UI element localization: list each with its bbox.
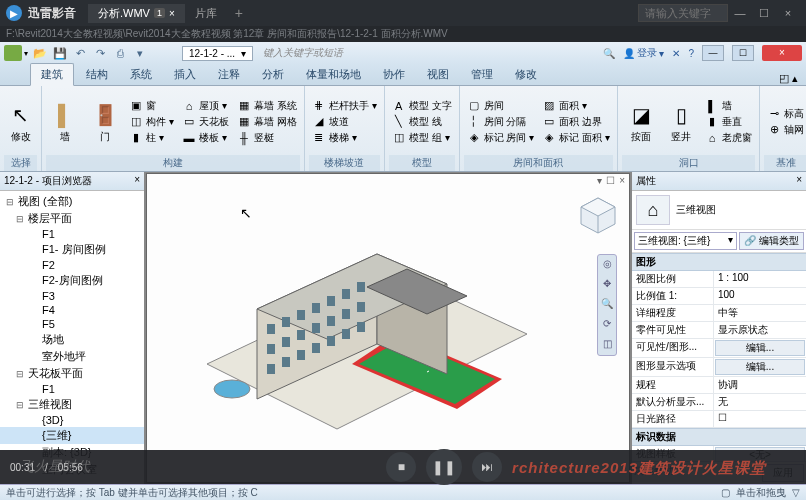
wall-button[interactable]: ▌墙: [46, 88, 84, 155]
maximize-icon[interactable]: ☐: [752, 7, 776, 20]
tab-architecture[interactable]: 建筑: [30, 63, 74, 86]
room-button[interactable]: ▢房间: [464, 98, 538, 114]
modify-button[interactable]: ↖修改: [4, 88, 37, 155]
tab-annotate[interactable]: 注释: [208, 64, 250, 85]
tree-node[interactable]: ⊟楼层平面: [0, 210, 144, 227]
area-boundary-button[interactable]: ▭面积 边界: [539, 114, 613, 130]
tab-modify[interactable]: 修改: [505, 64, 547, 85]
player-tab-video[interactable]: 分析.WMV 1 ×: [88, 4, 185, 23]
area-button[interactable]: ▨面积 ▾: [539, 98, 613, 114]
tree-node[interactable]: F2-房间图例: [0, 272, 144, 289]
player-tab-add[interactable]: +: [227, 3, 251, 23]
filter-icon[interactable]: ▽: [792, 487, 800, 498]
ceiling-button[interactable]: ▭天花板: [179, 114, 232, 130]
property-row[interactable]: 详细程度中等: [632, 305, 806, 322]
model-line-button[interactable]: ╲模型 线: [389, 114, 455, 130]
exchange-icon[interactable]: ✕: [672, 48, 680, 59]
tree-node[interactable]: ⊟天花板平面: [0, 365, 144, 382]
curtain-system-button[interactable]: ▦幕墙 系统: [234, 98, 300, 114]
stop-button[interactable]: ■: [386, 452, 416, 482]
tag-area-button[interactable]: ◈标记 面积 ▾: [539, 130, 613, 146]
door-button[interactable]: 🚪门: [86, 88, 124, 155]
app-minimize-button[interactable]: —: [702, 45, 724, 61]
roof-button[interactable]: ⌂屋顶 ▾: [179, 98, 232, 114]
railing-button[interactable]: ⋕栏杆扶手 ▾: [309, 98, 380, 114]
app-close-button[interactable]: ×: [762, 45, 802, 61]
tree-node[interactable]: F2: [0, 258, 144, 272]
tree-node[interactable]: 场地: [0, 331, 144, 348]
player-tab-library[interactable]: 片库: [185, 4, 227, 23]
mullion-button[interactable]: ╫竖梃: [234, 130, 300, 146]
help-icon[interactable]: ?: [688, 48, 694, 59]
play-pause-button[interactable]: ❚❚: [426, 449, 462, 485]
sign-in-link[interactable]: 👤 登录 ▾: [623, 46, 664, 60]
player-search-input[interactable]: [638, 4, 728, 22]
app-menu[interactable]: ▾: [4, 45, 28, 61]
close-icon[interactable]: ×: [796, 174, 802, 188]
instance-selector[interactable]: 三维视图: {三维}▾: [634, 232, 737, 250]
property-row[interactable]: 比例值 1:100: [632, 288, 806, 305]
tab-structure[interactable]: 结构: [76, 64, 118, 85]
zoom-icon[interactable]: 🔍: [600, 298, 614, 312]
grid-button[interactable]: ⊕轴网: [764, 122, 806, 138]
close-icon[interactable]: ×: [776, 7, 800, 19]
shaft-button[interactable]: ▯竖井: [662, 88, 700, 155]
level-button[interactable]: ⊸标高: [764, 106, 806, 122]
model-group-button[interactable]: ◫模型 组 ▾: [389, 130, 455, 146]
property-row[interactable]: 日光路径☐: [632, 411, 806, 428]
steering-wheel-icon[interactable]: ◎: [600, 258, 614, 272]
property-row[interactable]: 默认分析显示...无: [632, 394, 806, 411]
view-menu-icon[interactable]: ▾: [597, 175, 602, 187]
model-text-button[interactable]: A模型 文字: [389, 98, 455, 114]
search-hint[interactable]: 键入关键字或短语: [263, 46, 343, 60]
qat-print-icon[interactable]: ⎙: [112, 45, 128, 61]
tree-node[interactable]: {3D}: [0, 413, 144, 427]
tree-node[interactable]: F4: [0, 303, 144, 317]
qat-undo-icon[interactable]: ↶: [72, 45, 88, 61]
tree-node[interactable]: {三维}: [0, 427, 144, 444]
section-icon[interactable]: ◫: [600, 338, 614, 352]
close-icon[interactable]: ×: [169, 8, 175, 19]
property-row[interactable]: 可见性/图形...编辑...: [632, 339, 806, 358]
next-button[interactable]: ⏭: [472, 452, 502, 482]
tab-manage[interactable]: 管理: [461, 64, 503, 85]
qat-open-icon[interactable]: 📂: [32, 45, 48, 61]
tree-node[interactable]: F1: [0, 227, 144, 241]
view-close-icon[interactable]: ×: [619, 175, 625, 187]
close-icon[interactable]: ×: [134, 174, 140, 188]
document-switcher[interactable]: 12-1-2 - ...▾: [182, 46, 253, 61]
curtain-grid-button[interactable]: ▦幕墙 网格: [234, 114, 300, 130]
property-row[interactable]: 视图比例1 : 100: [632, 271, 806, 288]
view-cube[interactable]: [577, 194, 619, 236]
dormer-button[interactable]: ⌂老虎窗: [702, 130, 755, 146]
column-button[interactable]: ▮柱 ▾: [126, 130, 177, 146]
tag-room-button[interactable]: ◈标记 房间 ▾: [464, 130, 538, 146]
tab-insert[interactable]: 插入: [164, 64, 206, 85]
stair-button[interactable]: ≣楼梯 ▾: [309, 130, 380, 146]
tree-node[interactable]: F3: [0, 289, 144, 303]
tree-node[interactable]: F5: [0, 317, 144, 331]
tab-analyze[interactable]: 分析: [252, 64, 294, 85]
property-row[interactable]: 图形显示选项编辑...: [632, 358, 806, 377]
tree-node[interactable]: 室外地坪: [0, 348, 144, 365]
tab-systems[interactable]: 系统: [120, 64, 162, 85]
wall-opening-button[interactable]: ▌墙: [702, 98, 755, 114]
property-row[interactable]: 零件可见性显示原状态: [632, 322, 806, 339]
property-row[interactable]: 规程协调: [632, 377, 806, 394]
component-button[interactable]: ◫构件 ▾: [126, 114, 177, 130]
qat-redo-icon[interactable]: ↷: [92, 45, 108, 61]
app-maximize-button[interactable]: ☐: [732, 45, 754, 61]
tab-collaborate[interactable]: 协作: [373, 64, 415, 85]
view-canvas[interactable]: ▾☐×: [146, 173, 630, 483]
tab-view[interactable]: 视图: [417, 64, 459, 85]
selection-filter-icon[interactable]: ▢: [721, 487, 730, 498]
tree-node[interactable]: F1- 房间图例: [0, 241, 144, 258]
tree-node[interactable]: F1: [0, 382, 144, 396]
room-sep-button[interactable]: ╎房间 分隔: [464, 114, 538, 130]
vertical-button[interactable]: ▮垂直: [702, 114, 755, 130]
floor-button[interactable]: ▬楼板 ▾: [179, 130, 232, 146]
tab-massing[interactable]: 体量和场地: [296, 64, 371, 85]
edit-type-button[interactable]: 🔗 编辑类型: [739, 232, 804, 250]
tree-node[interactable]: ⊟三维视图: [0, 396, 144, 413]
view-maximize-icon[interactable]: ☐: [606, 175, 615, 187]
